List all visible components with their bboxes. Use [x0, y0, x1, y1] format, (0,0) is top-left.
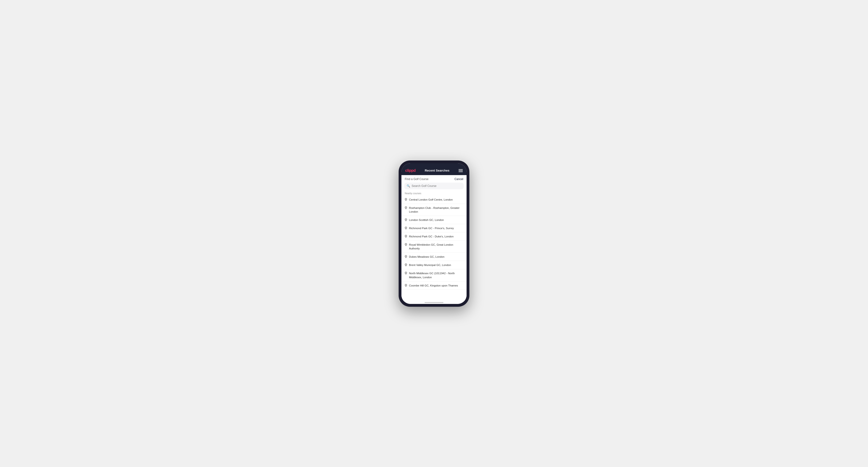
- header-title: Recent Searches: [425, 169, 450, 172]
- course-name: London Scottish GC, London: [409, 218, 444, 222]
- pin-icon: [405, 243, 407, 247]
- course-name: Central London Golf Centre, London: [409, 198, 453, 201]
- cancel-button[interactable]: Cancel: [455, 178, 463, 181]
- list-item[interactable]: Brent Valley Municipal GC, London: [401, 261, 467, 269]
- status-bar: [401, 163, 467, 166]
- app-logo: clippd: [405, 168, 415, 173]
- course-name: Coombe Hill GC, Kingston upon Thames: [409, 284, 458, 287]
- pin-icon: [405, 218, 407, 222]
- menu-icon[interactable]: [459, 169, 463, 172]
- pin-icon: [405, 226, 407, 230]
- pin-icon: [405, 263, 407, 267]
- phone-screen: clippd Recent Searches Find a Golf Cours…: [401, 163, 467, 304]
- pin-icon: [405, 284, 407, 287]
- pin-icon: [405, 272, 407, 275]
- course-name: Richmond Park GC - Prince's, Surrey: [409, 226, 454, 230]
- list-item[interactable]: Central London Golf Centre, London: [401, 196, 467, 204]
- pin-icon: [405, 255, 407, 259]
- search-input[interactable]: [411, 184, 461, 188]
- list-item[interactable]: Richmond Park GC - Duke's, London: [401, 232, 467, 241]
- list-item[interactable]: Richmond Park GC - Prince's, Surrey: [401, 224, 467, 232]
- pin-icon: [405, 235, 407, 238]
- course-name: Roehampton Club - Roehampton, Greater Lo…: [409, 206, 463, 214]
- app-header: clippd Recent Searches: [401, 166, 467, 175]
- list-item[interactable]: Coombe Hill GC, Kingston upon Thames: [401, 282, 467, 290]
- pin-icon: [405, 198, 407, 201]
- courses-list: Central London Golf Centre, London Roeha…: [401, 196, 467, 301]
- search-box: 🔍: [404, 183, 464, 189]
- list-item[interactable]: North Middlesex GC (1011942 - North Midd…: [401, 269, 467, 281]
- list-item[interactable]: Roehampton Club - Roehampton, Greater Lo…: [401, 204, 467, 216]
- course-name: Richmond Park GC - Duke's, London: [409, 235, 454, 238]
- course-name: Royal Wimbledon GC, Great London Authori…: [409, 243, 463, 250]
- pin-icon: [405, 206, 407, 210]
- search-icon: 🔍: [407, 184, 410, 188]
- home-indicator: [401, 301, 467, 304]
- list-item[interactable]: Royal Wimbledon GC, Great London Authori…: [401, 241, 467, 253]
- home-bar: [425, 302, 443, 303]
- course-name: Brent Valley Municipal GC, London: [409, 263, 451, 267]
- nearby-section-label: Nearby courses: [401, 191, 467, 196]
- content-area: Find a Golf Course Cancel 🔍 Nearby cours…: [401, 175, 467, 301]
- course-name: North Middlesex GC (1011942 - North Midd…: [409, 271, 463, 279]
- phone-frame: clippd Recent Searches Find a Golf Cours…: [399, 160, 469, 307]
- list-item[interactable]: London Scottish GC, London: [401, 216, 467, 224]
- find-bar: Find a Golf Course Cancel: [401, 175, 467, 183]
- find-label: Find a Golf Course: [405, 178, 429, 181]
- course-name: Dukes Meadows GC, London: [409, 255, 444, 259]
- list-item[interactable]: Dukes Meadows GC, London: [401, 253, 467, 261]
